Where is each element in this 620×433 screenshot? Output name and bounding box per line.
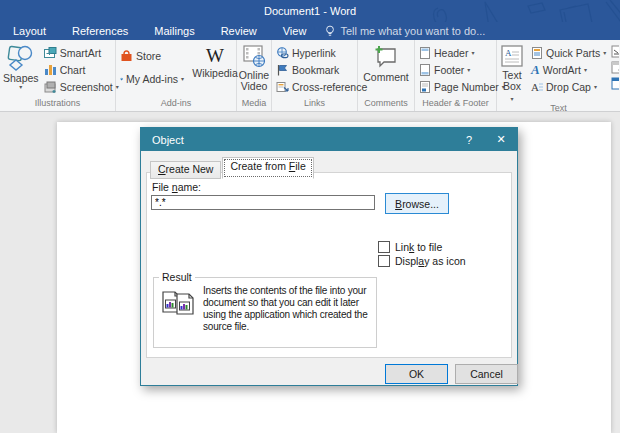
dropdown-arrow-icon: ▾ — [584, 67, 587, 73]
drop-cap-icon: A — [531, 81, 543, 93]
dropdown-arrow-icon: ▾ — [471, 50, 474, 56]
display-as-icon-option[interactable]: Display as icon — [378, 255, 466, 267]
quick-parts-button[interactable]: Quick Parts ▾ — [528, 44, 609, 61]
header-icon — [419, 47, 431, 59]
result-label: Result — [159, 271, 195, 283]
result-group-box: Result Inserts the contents of the file … — [153, 277, 377, 348]
text-box-button[interactable]: A Text Box ▾ — [498, 42, 526, 103]
wordart-icon: A — [531, 64, 540, 76]
comment-label: Comment — [363, 72, 409, 83]
dialog-titlebar[interactable]: Object ? ✕ — [141, 128, 517, 151]
group-label-media: Media — [237, 98, 271, 111]
dropdown-arrow-icon: ▾ — [19, 84, 22, 90]
group-comments: Comment Comments — [358, 40, 415, 111]
header-button[interactable]: Header ▾ — [416, 44, 508, 61]
group-header-footer: Header ▾ Footer ▾ — [415, 40, 497, 111]
tab-references[interactable]: References — [59, 22, 141, 40]
store-icon — [120, 50, 133, 62]
dropdown-arrow-icon: ▾ — [181, 76, 184, 82]
smartart-icon — [44, 47, 57, 59]
bookmark-label: Bookmark — [292, 64, 339, 76]
screenshot-button[interactable]: Screenshot ▾ — [41, 78, 122, 95]
display-as-icon-label: Display as icon — [395, 255, 466, 267]
screenshot-label: Screenshot — [60, 81, 113, 93]
dropdown-arrow-icon: ▾ — [603, 50, 606, 56]
shapes-icon — [6, 44, 36, 71]
dropdown-arrow-icon: ▾ — [594, 84, 597, 90]
group-label-illustrations: Illustrations — [0, 98, 115, 111]
file-name-input[interactable] — [151, 195, 375, 210]
online-video-button[interactable]: Online Video — [237, 42, 271, 92]
ok-button[interactable]: OK — [385, 364, 448, 384]
text-box-icon: A — [500, 44, 524, 68]
hyperlink-icon — [276, 47, 289, 59]
dialog-close-button[interactable]: ✕ — [485, 133, 517, 146]
svg-text:A: A — [505, 48, 512, 58]
my-addins-label: My Add-ins — [126, 73, 178, 85]
ribbon: ne res ▾ Shapes ▾ — [0, 40, 620, 112]
footer-icon — [419, 64, 431, 76]
smartart-button[interactable]: SmartArt — [41, 44, 122, 61]
tab-view[interactable]: View — [270, 22, 320, 40]
cross-reference-button[interactable]: Cross-reference — [273, 78, 370, 95]
tell-me-label: Tell me what you want to do... — [340, 25, 485, 37]
dialog-content-panel: File name: Browse... Link to file Displa… — [146, 172, 512, 358]
group-label-header-footer: Header & Footer — [415, 98, 496, 111]
cancel-button[interactable]: Cancel — [455, 364, 518, 384]
group-addins: Store My Add-ins ▾ W Wikipedia — [116, 40, 237, 111]
wikipedia-label: Wikipedia — [192, 68, 238, 79]
display-as-icon-checkbox[interactable] — [378, 255, 390, 267]
drop-cap-label: Drop Cap — [546, 81, 591, 93]
chart-button[interactable]: Chart — [41, 61, 122, 78]
window-titlebar[interactable]: Document1 - Word — [0, 0, 620, 22]
object-icon[interactable] — [611, 77, 619, 90]
footer-button[interactable]: Footer ▾ — [416, 61, 508, 78]
signature-line-icon[interactable] — [611, 45, 619, 58]
dialog-help-button[interactable]: ? — [453, 134, 485, 146]
date-time-icon[interactable] — [611, 61, 619, 74]
link-to-file-label: Link to file — [395, 241, 442, 253]
hyperlink-button[interactable]: Hyperlink — [273, 44, 370, 61]
bookmark-button[interactable]: Bookmark — [273, 61, 370, 78]
wordart-button[interactable]: A WordArt ▾ — [528, 61, 609, 78]
quick-parts-icon — [531, 47, 543, 59]
my-addins-button[interactable]: My Add-ins ▾ — [117, 70, 187, 87]
comment-button[interactable]: Comment — [361, 42, 411, 83]
tab-mailings[interactable]: Mailings — [141, 22, 207, 40]
wikipedia-button[interactable]: W Wikipedia — [191, 42, 239, 79]
chart-icon — [44, 64, 57, 76]
browse-button[interactable]: Browse... — [385, 193, 449, 214]
dialog-tab-bar: Create New Create from File — [150, 157, 315, 179]
group-text: A Text Box ▾ Quick Parts — [497, 40, 620, 111]
bookmark-icon — [276, 64, 289, 76]
link-to-file-option[interactable]: Link to file — [378, 241, 442, 253]
link-to-file-checkbox[interactable] — [378, 241, 390, 253]
result-description: Inserts the contents of the file into yo… — [203, 285, 371, 333]
my-addins-icon — [120, 73, 123, 85]
online-video-icon — [241, 44, 267, 68]
tell-me-box[interactable]: Tell me what you want to do... — [325, 25, 485, 38]
drop-cap-button[interactable]: A Drop Cap ▾ — [528, 78, 609, 95]
shapes-label: Shapes — [3, 73, 39, 84]
wordart-label: WordArt — [543, 64, 581, 76]
tab-layout[interactable]: Layout — [0, 22, 59, 40]
wikipedia-icon: W — [206, 46, 224, 66]
page-number-icon — [419, 81, 431, 93]
shapes-button[interactable]: Shapes ▾ — [1, 42, 41, 90]
text-box-label-line2: Box — [503, 80, 521, 92]
group-media: Online Video Media — [237, 40, 272, 111]
tab-create-from-file[interactable]: Create from File — [222, 157, 313, 179]
dropdown-arrow-icon: ▾ — [510, 96, 513, 102]
smartart-label: SmartArt — [60, 47, 101, 59]
store-button[interactable]: Store — [117, 47, 187, 64]
comment-icon — [372, 44, 400, 70]
object-dialog: Object ? ✕ Create New Create from File F… — [140, 127, 518, 386]
page-number-button[interactable]: Page Number ▾ — [416, 78, 508, 95]
store-label: Store — [136, 50, 161, 62]
tab-create-new[interactable]: Create New — [150, 161, 221, 179]
online-video-label-line2: Video — [241, 81, 268, 92]
tab-review[interactable]: Review — [208, 22, 270, 40]
group-illustrations: ne res ▾ Shapes ▾ — [0, 40, 116, 111]
group-label-comments: Comments — [358, 98, 414, 111]
dropdown-arrow-icon: ▾ — [467, 67, 470, 73]
